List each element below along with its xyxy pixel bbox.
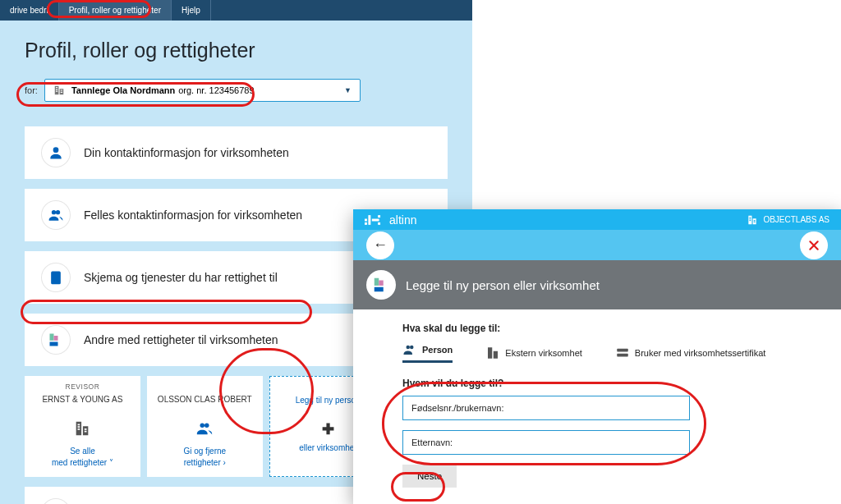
clipboard-icon <box>41 263 71 292</box>
svg-point-2 <box>56 210 60 214</box>
svg-point-4 <box>205 424 209 428</box>
svg-point-0 <box>53 147 59 153</box>
prompt-who: Hvem vil du legge til? <box>402 378 792 389</box>
svg-rect-8 <box>372 218 379 221</box>
person-link[interactable]: Gi og fjernerettigheter › <box>183 446 226 469</box>
nav-item-hjelp[interactable]: Hjelp <box>172 0 211 21</box>
row-label: Din kontaktinformasjon for virksomheten <box>84 146 289 159</box>
svg-rect-6 <box>365 222 367 225</box>
tab-cert[interactable]: Bruker med virksomhetssertifikat <box>615 346 766 360</box>
page-title: Profil, roller og rettigheter <box>25 39 448 62</box>
svg-rect-5 <box>365 218 367 221</box>
revisor-name: ERNST & YOUNG AS <box>42 395 122 405</box>
rights-cell-person[interactable]: OLSSON CLAS ROBERT Gi og fjernerettighet… <box>147 376 263 477</box>
building-icon <box>747 214 758 226</box>
person-name: OLSSON CLAS ROBERT <box>158 395 252 405</box>
svg-point-11 <box>407 346 411 350</box>
row-label: Andre med rettigheter til virksomheten <box>84 333 278 346</box>
actor-org-nr: 123456789 <box>209 85 255 95</box>
svg-rect-13 <box>617 348 628 351</box>
chevron-down-icon: ▼ <box>344 86 352 94</box>
actor-select[interactable]: Tannlege Ola Nordmann org. nr. 123456789… <box>44 79 361 102</box>
add-person-modal: altinn OBJECTLABS AS ← Legge til ny pers… <box>353 209 841 504</box>
revisor-label: REVISOR <box>66 383 100 391</box>
add-line1: Legg til ny person <box>296 396 361 405</box>
plus-icon: ✚ <box>322 420 334 438</box>
revisor-link[interactable]: Se allemed rettigheter ˅ <box>52 446 113 469</box>
row-label: Felles kontaktinformasjon for virksomhet… <box>84 208 302 222</box>
add-line2: eller virksomhet <box>299 443 356 453</box>
people-icon <box>195 419 214 439</box>
building-icon <box>53 85 65 96</box>
rights-cell-revisor[interactable]: REVISOR ERNST & YOUNG AS Se allemed rett… <box>25 376 140 477</box>
modal-action-bar: ← <box>353 230 841 260</box>
building-icon <box>485 346 500 360</box>
svg-rect-9 <box>378 215 380 218</box>
svg-rect-14 <box>617 353 628 356</box>
svg-point-12 <box>410 346 414 350</box>
server-icon <box>615 346 630 360</box>
org-people-icon <box>366 270 396 300</box>
tab-company[interactable]: Ekstern virksomhet <box>485 346 582 360</box>
svg-rect-7 <box>368 215 370 225</box>
close-button[interactable] <box>800 231 828 259</box>
prompt-type: Hva skal du legge til: <box>402 323 792 334</box>
ssn-input[interactable]: Fødselsnr./brukernavn: <box>402 396 690 420</box>
nav-item-drive[interactable]: drive bedri <box>0 0 59 21</box>
surname-input[interactable]: Etternavn: <box>402 430 690 455</box>
actor-name: Tannlege Ola Nordmann <box>71 85 175 95</box>
modal-heading: Legge til ny person eller virksomhet <box>353 260 841 309</box>
org-people-icon <box>41 325 71 355</box>
modal-header: altinn OBJECTLABS AS <box>353 209 841 230</box>
people-icon <box>41 200 71 230</box>
for-label: for: <box>25 85 38 95</box>
org-indicator[interactable]: OBJECTLABS AS <box>747 214 830 226</box>
next-button[interactable]: Neste <box>402 465 457 488</box>
close-icon <box>807 239 820 252</box>
svg-point-3 <box>200 424 205 428</box>
row-label: Skjema og tjenester du har rettighet til <box>84 271 278 284</box>
back-button[interactable]: ← <box>366 231 394 259</box>
people-icon <box>402 342 417 357</box>
altinn-logo-icon <box>365 213 383 227</box>
gears-icon <box>41 498 71 504</box>
actor-org-label: org. nr. <box>178 85 206 95</box>
spacer <box>204 383 206 391</box>
nav-item-profil[interactable]: Profil, roller og rettigheter <box>59 0 172 21</box>
svg-point-1 <box>52 210 56 214</box>
type-tabs: Person Ekstern virksomhet Bruker med vir… <box>402 342 792 363</box>
row-contact-you[interactable]: Din kontaktinformasjon for virksomheten <box>25 126 448 179</box>
brand-logo: altinn <box>365 213 416 227</box>
person-icon <box>41 138 71 167</box>
tab-person[interactable]: Person <box>402 342 453 363</box>
svg-rect-10 <box>378 222 380 225</box>
building-icon <box>73 419 91 439</box>
top-nav: drive bedri Profil, roller og rettighete… <box>0 0 472 21</box>
